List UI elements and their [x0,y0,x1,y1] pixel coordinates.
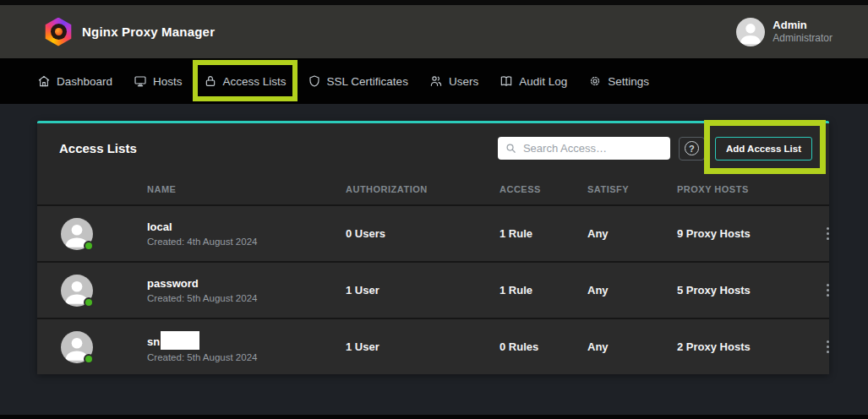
authorization-value: 0 Users [346,227,500,240]
add-button-wrapper: Add Access List [715,137,812,161]
table-row[interactable]: password Created: 5th August 2024 1 User… [37,261,829,318]
person-icon [736,18,765,46]
status-dot [84,297,94,307]
satisfy-value: Any [587,227,677,240]
search-box[interactable] [498,137,670,160]
topbar: Nginx Proxy Manager Admin Administrator [0,5,868,58]
created-date: Created: 5th August 2024 [147,293,346,303]
table-row[interactable]: local Created: 4th August 2024 0 Users 1… [37,204,829,261]
help-icon: ? [685,141,699,155]
name-cell: password Created: 5th August 2024 [147,277,346,303]
user-name: Admin [772,19,833,32]
panel-actions: ? Add Access List [498,137,812,161]
main-nav: Dashboard Hosts Access Lists SSL Certifi… [0,58,868,104]
access-list-name: sn [147,331,346,350]
table-row[interactable]: sn Created: 5th August 2024 1 User 0 Rul… [37,318,829,374]
nav-label: Access Lists [223,75,287,88]
nav-label: SSL Certificates [327,75,408,88]
avatar [61,331,93,363]
nav-settings[interactable]: Settings [588,74,649,88]
nav-hosts[interactable]: Hosts [134,74,183,88]
nav-audit-log[interactable]: Audit Log [500,74,567,88]
column-access: ACCESS [500,184,587,194]
user-role: Administrator [772,32,833,45]
column-name: NAME [147,184,346,194]
panel-header: Access Lists ? Add Access List [37,123,829,173]
column-satisfy: SATISFY [587,184,677,194]
menu-cell [823,280,854,300]
add-access-list-button[interactable]: Add Access List [715,137,812,161]
page-title: Access Lists [59,141,137,155]
proxy-hosts-value: 9 Proxy Hosts [677,227,823,240]
created-date: Created: 5th August 2024 [147,352,346,362]
users-icon [429,74,443,88]
npm-logo-icon [44,18,73,46]
avatar [61,218,93,250]
search-icon [505,142,517,155]
window-edge-bottom [0,415,868,419]
nav-label: Dashboard [57,75,112,88]
status-dot [84,354,94,364]
menu-cell [823,337,854,356]
user-avatar [736,18,765,46]
column-proxy-hosts: PROXY HOSTS [677,184,823,194]
user-menu[interactable]: Admin Administrator [736,18,833,46]
avatar-cell [37,331,147,363]
nav-label: Hosts [153,75,183,88]
access-value: 0 Rules [500,340,587,353]
row-menu-button[interactable] [823,224,833,243]
name-cell: sn Created: 5th August 2024 [147,331,346,362]
avatar-cell [37,218,147,250]
nav-users[interactable]: Users [429,74,478,88]
user-meta: Admin Administrator [772,19,833,45]
access-lists-panel: Access Lists ? Add Access List [37,121,829,374]
access-value: 1 Rule [500,227,587,240]
avatar-cell [37,275,147,307]
row-menu-button[interactable] [823,337,833,356]
npm-logo-ring [51,24,67,40]
nav-label: Users [449,75,478,88]
proxy-hosts-value: 5 Proxy Hosts [677,284,823,297]
nav-access-lists[interactable]: Access Lists [204,74,287,88]
column-authorization: AUTHORIZATION [346,184,500,194]
satisfy-value: Any [587,284,677,297]
gear-icon [588,74,602,88]
satisfy-value: Any [587,340,677,353]
page-content: Access Lists ? Add Access List [0,104,868,374]
search-input[interactable] [523,142,663,155]
table-header: NAME AUTHORIZATION ACCESS SATISFY PROXY … [37,173,829,204]
proxy-hosts-value: 2 Proxy Hosts [677,340,823,353]
nav-dashboard[interactable]: Dashboard [37,74,112,88]
app-window: Nginx Proxy Manager Admin Administrator … [0,0,868,419]
lock-icon [204,74,217,88]
brand: Nginx Proxy Manager [44,18,215,46]
npm-logo-dot [55,28,63,35]
avatar [61,275,93,307]
access-list-name: local [147,220,346,234]
authorization-value: 1 User [346,284,500,297]
status-dot [84,241,94,251]
window-edge-top [0,0,868,5]
authorization-value: 1 User [346,340,500,353]
nav-ssl-certificates[interactable]: SSL Certificates [308,74,408,88]
nav-label: Settings [608,75,649,88]
row-menu-button[interactable] [823,280,833,300]
home-icon [37,74,51,88]
created-date: Created: 4th August 2024 [147,237,346,247]
access-value: 1 Rule [500,284,587,297]
access-list-name-prefix: sn [147,335,160,348]
app-title: Nginx Proxy Manager [82,24,215,39]
name-cell: local Created: 4th August 2024 [147,220,346,247]
menu-cell [823,224,854,243]
nav-label: Audit Log [519,75,567,88]
book-icon [500,74,513,88]
access-list-name: password [147,277,346,291]
redaction-box [161,331,199,350]
shield-icon [308,74,321,88]
monitor-icon [134,74,147,88]
help-button[interactable]: ? [679,137,705,161]
